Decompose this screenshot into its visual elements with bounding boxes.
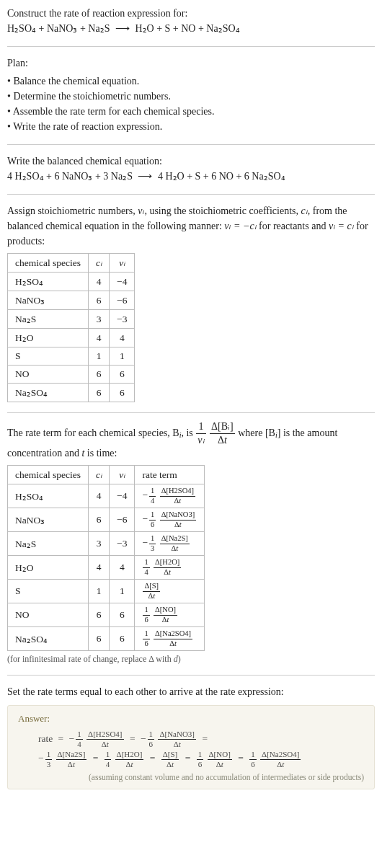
- stoich-rel: νᵢ = −cᵢ: [224, 221, 256, 231]
- rateterm-text: is time:: [84, 448, 117, 459]
- fraction-num: Δ[H2O]: [154, 559, 181, 568]
- balanced-section: Write the balanced chemical equation: 4 …: [7, 154, 375, 184]
- rateterm-footnote: (for infinitesimal rate of change, repla…: [7, 654, 375, 665]
- stoich-table: chemical species cᵢ νᵢ H₂SO₄4−4 NaNO₃6−6…: [7, 253, 135, 402]
- table-row: Na₂S3−3: [8, 310, 135, 329]
- final-intro: Set the rate terms equal to each other t…: [7, 684, 375, 699]
- fraction-den: 4: [76, 740, 83, 748]
- cell-rateterm: −14 Δ[H2SO4]Δt: [135, 484, 205, 508]
- cell-rateterm: 16 Δ[Na2SO4]Δt: [135, 627, 205, 651]
- fraction-den: 6: [197, 760, 204, 769]
- divider: [7, 144, 375, 145]
- table-row: H₂O44: [8, 329, 135, 347]
- cell-nu: 4: [110, 556, 135, 580]
- rate-term-formula: Δ[Bᵢ] Δt: [210, 422, 235, 446]
- col-species: chemical species: [8, 254, 89, 273]
- intro-equation: H₂SO₄ + NaNO₃ + Na₂S ⟶ H₂O + S + NO + Na…: [7, 21, 375, 36]
- plan-section: Plan: Balance the chemical equation. Det…: [7, 56, 375, 134]
- fraction-den: Δt: [158, 740, 196, 748]
- cell-c: 1: [89, 347, 110, 366]
- intro-line1: Construct the rate of reaction expressio…: [7, 6, 375, 21]
- cell-nu: −3: [110, 532, 135, 556]
- equals-sign: =: [150, 753, 156, 763]
- cell-c: 4: [89, 484, 110, 508]
- cell-nu: 1: [110, 347, 135, 366]
- cell-nu: −6: [110, 508, 135, 532]
- cell-sp: NaNO₃: [8, 291, 89, 310]
- intro-section: Construct the rate of reaction expressio…: [7, 6, 375, 36]
- fraction-den: 6: [149, 521, 156, 529]
- cell-c: 4: [89, 329, 110, 347]
- fraction-num: Δ[Na2S]: [160, 535, 190, 544]
- fraction-num: 1: [105, 750, 112, 760]
- cell-sp: H₂SO₄: [8, 273, 89, 291]
- fraction-num: 1: [149, 535, 156, 544]
- stoich-rel: νᵢ = cᵢ: [329, 221, 354, 231]
- col-c: cᵢ: [89, 466, 110, 484]
- fraction-num: Δ[H2O]: [115, 750, 144, 760]
- rateterm-text: The rate term for each chemical species,…: [7, 428, 179, 438]
- rateterm-section: The rate term for each chemical species,…: [7, 422, 375, 461]
- cell-nu: 6: [110, 384, 135, 402]
- table-row: H₂SO₄4−4: [8, 273, 135, 291]
- fraction-den: Δt: [154, 616, 177, 624]
- fraction-den: Δt: [115, 760, 144, 769]
- plan-item: Assemble the rate term for each chemical…: [7, 104, 375, 119]
- col-nu: νᵢ: [110, 254, 135, 273]
- intro-eq-left: H₂SO₄ + NaNO₃ + Na₂S: [7, 23, 110, 34]
- fraction-den: Δt: [160, 521, 196, 529]
- answer-footnote: (assuming constant volume and no accumul…: [18, 773, 364, 781]
- cell-nu: −4: [110, 484, 135, 508]
- cell-c: 3: [89, 532, 110, 556]
- rate-word: rate: [38, 733, 53, 744]
- fraction-den: Δt: [160, 544, 190, 553]
- cell-nu: −3: [110, 310, 135, 329]
- cell-sp: NO: [8, 603, 89, 627]
- fraction-den: 3: [45, 760, 53, 769]
- plan-item: Balance the chemical equation.: [7, 74, 375, 89]
- cell-sp: H₂O: [8, 329, 89, 347]
- equals-sign: =: [238, 753, 244, 763]
- table-row: Na₂S 3 −3 −13 Δ[Na2S]Δt: [8, 532, 205, 556]
- fraction-den: Δt: [210, 434, 235, 446]
- cell-sp: S: [8, 347, 89, 366]
- col-c: cᵢ: [89, 254, 110, 273]
- plan-item: Write the rate of reaction expression.: [7, 119, 375, 134]
- sign: −: [142, 490, 148, 500]
- fraction-num: Δ[NO]: [154, 606, 177, 616]
- divider: [7, 194, 375, 195]
- cell-c: 6: [89, 627, 110, 651]
- table-row: NaNO₃6−6: [8, 291, 135, 310]
- fraction-den: Δt: [208, 760, 232, 769]
- sign: −: [141, 733, 146, 744]
- col-rateterm: rate term: [135, 466, 205, 484]
- cell-sp: H₂O: [8, 556, 89, 580]
- balanced-intro: Write the balanced chemical equation:: [7, 154, 375, 169]
- reaction-arrow: ⟶: [115, 23, 130, 34]
- divider: [7, 46, 375, 47]
- cell-nu: −4: [110, 273, 135, 291]
- stoich-section: Assign stoichiometric numbers, νᵢ, using…: [7, 203, 375, 249]
- fraction-num: 1: [143, 559, 149, 568]
- cell-c: 6: [89, 366, 110, 384]
- cell-nu: 4: [110, 329, 135, 347]
- fraction-den: 6: [143, 616, 149, 624]
- answer-label: Answer:: [18, 713, 364, 725]
- fraction-num: Δ[NO]: [208, 750, 232, 760]
- plan-item: Determine the stoichiometric numbers.: [7, 89, 375, 104]
- equals-sign: =: [202, 733, 208, 744]
- table-row: NO 6 6 16 Δ[NO]Δt: [8, 603, 205, 627]
- fraction-num: Δ[Na2SO4]: [154, 630, 192, 639]
- cell-sp: H₂SO₄: [8, 484, 89, 508]
- answer-box: Answer: rate = −14 Δ[H2SO4]Δt = −16 Δ[Na…: [7, 705, 375, 789]
- table-row: Na₂SO₄66: [8, 384, 135, 402]
- fraction-num: Δ[Na2SO4]: [260, 750, 301, 760]
- plan-title: Plan:: [7, 56, 375, 71]
- table-row: NO66: [8, 366, 135, 384]
- fraction-num: 1: [149, 511, 156, 521]
- rate-expression: rate = −14 Δ[H2SO4]Δt = −16 Δ[NaNO3]Δt =…: [18, 729, 364, 769]
- cell-c: 6: [89, 384, 110, 402]
- table-row: NaNO₃ 6 −6 −16 Δ[NaNO3]Δt: [8, 508, 205, 532]
- stoich-text: for reactants and: [257, 221, 329, 231]
- fraction-den: 6: [249, 760, 257, 769]
